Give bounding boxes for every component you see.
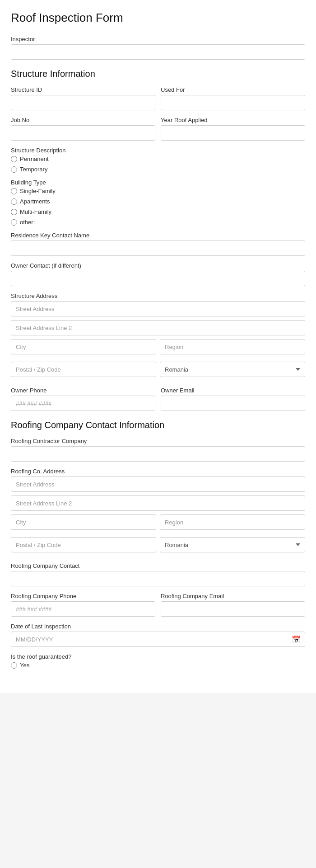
structure-zip-country-row: Romania United States United Kingdom Can…: [11, 362, 305, 381]
radio-permanent[interactable]: Permanent: [11, 156, 305, 162]
roofing-phone-label: Roofing Company Phone: [11, 593, 155, 599]
radio-permanent-input[interactable]: [11, 156, 17, 162]
date-inspection-label: Date of Last Inspection: [11, 623, 305, 630]
roofing-zip-country-row: Romania United States United Kingdom Can…: [11, 537, 305, 556]
radio-guaranteed-yes-label: Yes: [20, 662, 29, 669]
radio-apartments-label: Apartments: [20, 198, 50, 205]
owner-email-label: Owner Email: [161, 387, 305, 394]
structure-description-group: Structure Description Permanent Temporar…: [11, 147, 305, 173]
owner-contact-input[interactable]: [11, 271, 305, 286]
roofing-phone-group: Roofing Company Phone: [11, 593, 155, 617]
structure-region-input[interactable]: [160, 339, 305, 354]
inspector-input[interactable]: [11, 44, 305, 60]
owner-contact-group: Owner Contact (if different): [11, 262, 305, 286]
radio-single-family[interactable]: Single-Family: [11, 188, 305, 194]
structure-id-label: Structure ID: [11, 86, 155, 93]
structure-city-input[interactable]: [11, 339, 156, 354]
owner-contact-label: Owner Contact (if different): [11, 262, 305, 269]
used-for-label: Used For: [161, 86, 305, 93]
roofing-contractor-input[interactable]: [11, 446, 305, 462]
date-inspection-group: Date of Last Inspection 📅: [11, 623, 305, 647]
page-title: Roof Inspection Form: [11, 11, 305, 25]
roofing-country-select[interactable]: Romania United States United Kingdom Can…: [160, 537, 305, 552]
structure-street1-input[interactable]: [11, 301, 305, 316]
form-container: Roof Inspection Form Inspector Structure…: [0, 0, 316, 693]
used-for-group: Used For: [161, 86, 305, 110]
roofing-street2-input[interactable]: [11, 495, 305, 511]
radio-temporary-label: Temporary: [20, 166, 47, 173]
building-type-label: Building Type: [11, 179, 305, 186]
inspector-group: Inspector: [11, 36, 305, 60]
roofing-address-label: Roofing Co. Address: [11, 468, 305, 475]
inspector-label: Inspector: [11, 36, 305, 42]
building-type-radios: Single-Family Apartments Multi-Family ot…: [11, 188, 305, 226]
roofing-phone-email-row: Roofing Company Phone Roofing Company Em…: [11, 593, 305, 617]
year-roof-input[interactable]: [161, 125, 305, 141]
radio-guaranteed-yes-input[interactable]: [11, 662, 17, 669]
guaranteed-label: Is the roof guaranteed?: [11, 653, 305, 660]
owner-email-input[interactable]: [161, 396, 305, 411]
owner-phone-email-row: Owner Phone Owner Email: [11, 387, 305, 411]
roofing-city-region-row: [11, 514, 305, 533]
residence-contact-label: Residence Key Contact Name: [11, 232, 305, 239]
job-no-label: Job No: [11, 117, 155, 123]
residence-contact-input[interactable]: [11, 241, 305, 256]
roofing-zip-input[interactable]: [11, 537, 156, 552]
owner-phone-label: Owner Phone: [11, 387, 155, 394]
radio-other[interactable]: other:: [11, 219, 305, 226]
structure-street2-input[interactable]: [11, 320, 305, 335]
owner-email-group: Owner Email: [161, 387, 305, 411]
structure-description-radios: Permanent Temporary: [11, 156, 305, 173]
roofing-contractor-label: Roofing Contractor Company: [11, 438, 305, 444]
structure-address-group: Structure Address Romania United States …: [11, 292, 305, 381]
year-roof-group: Year Roof Applied: [161, 117, 305, 141]
roofing-contact-input[interactable]: [11, 571, 305, 586]
year-roof-label: Year Roof Applied: [161, 117, 305, 123]
radio-guaranteed-yes[interactable]: Yes: [11, 662, 305, 669]
job-year-row: Job No Year Roof Applied: [11, 117, 305, 141]
roofing-email-group: Roofing Company Email: [161, 593, 305, 617]
structure-country-select[interactable]: Romania United States United Kingdom Can…: [160, 362, 305, 377]
radio-single-family-label: Single-Family: [20, 188, 56, 194]
roofing-address-group: Roofing Co. Address Romania United State…: [11, 468, 305, 556]
residence-contact-group: Residence Key Contact Name: [11, 232, 305, 256]
roofing-city-input[interactable]: [11, 514, 156, 530]
structure-zip-input[interactable]: [11, 362, 156, 377]
structure-section-title: Structure Information: [11, 69, 305, 79]
structure-address-label: Structure Address: [11, 292, 305, 299]
structure-city-region-row: [11, 339, 305, 358]
owner-phone-group: Owner Phone: [11, 387, 155, 411]
radio-other-label: other:: [20, 219, 35, 226]
radio-temporary-input[interactable]: [11, 166, 17, 173]
structure-id-used-for-row: Structure ID Used For: [11, 86, 305, 110]
roofing-contact-label: Roofing Company Contact: [11, 562, 305, 569]
radio-temporary[interactable]: Temporary: [11, 166, 305, 173]
roofing-street1-input[interactable]: [11, 476, 305, 492]
radio-other-input[interactable]: [11, 219, 17, 226]
radio-multi-family-input[interactable]: [11, 209, 17, 215]
radio-single-family-input[interactable]: [11, 188, 17, 194]
date-input-wrapper: 📅: [11, 632, 305, 647]
radio-multi-family[interactable]: Multi-Family: [11, 208, 305, 215]
job-no-group: Job No: [11, 117, 155, 141]
guaranteed-radios: Yes: [11, 662, 305, 669]
roofing-email-label: Roofing Company Email: [161, 593, 305, 599]
job-no-input[interactable]: [11, 125, 155, 141]
roofing-company-section-title: Roofing Company Contact Information: [11, 420, 305, 430]
guaranteed-group: Is the roof guaranteed? Yes: [11, 653, 305, 669]
radio-apartments[interactable]: Apartments: [11, 198, 305, 205]
structure-id-group: Structure ID: [11, 86, 155, 110]
roofing-phone-input[interactable]: [11, 601, 155, 617]
roofing-region-input[interactable]: [160, 514, 305, 530]
roofing-contact-group: Roofing Company Contact: [11, 562, 305, 586]
owner-phone-input[interactable]: [11, 396, 155, 411]
radio-multi-family-label: Multi-Family: [20, 208, 51, 215]
date-inspection-input[interactable]: [11, 632, 305, 647]
building-type-group: Building Type Single-Family Apartments M…: [11, 179, 305, 226]
roofing-email-input[interactable]: [161, 601, 305, 617]
radio-apartments-input[interactable]: [11, 198, 17, 205]
radio-permanent-label: Permanent: [20, 156, 49, 162]
structure-description-label: Structure Description: [11, 147, 305, 154]
used-for-input[interactable]: [161, 95, 305, 110]
structure-id-input[interactable]: [11, 95, 155, 110]
